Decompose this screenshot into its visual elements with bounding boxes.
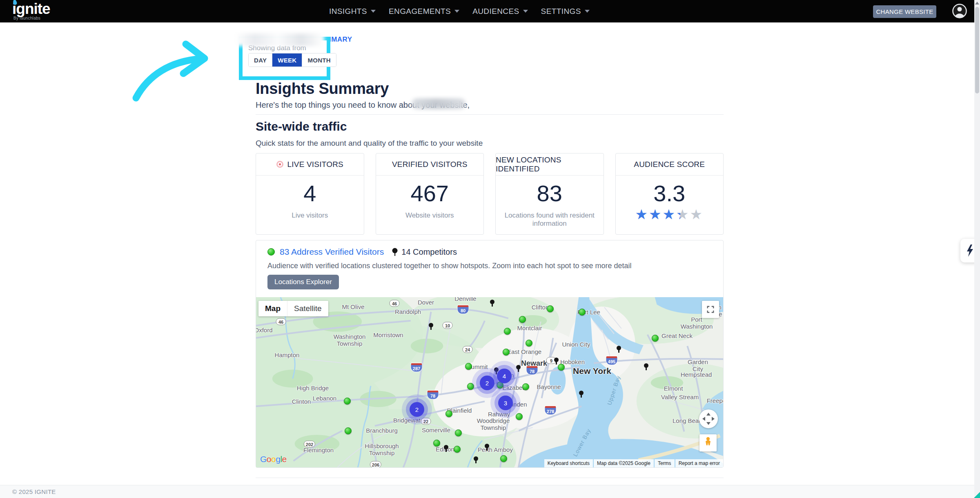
- visitor-marker[interactable]: [500, 455, 507, 462]
- competitor-pin[interactable]: [579, 391, 584, 395]
- fullscreen-icon[interactable]: [702, 301, 719, 318]
- visitor-marker[interactable]: [652, 335, 659, 342]
- map-city-label: Elmont: [664, 385, 683, 392]
- stat-card-caption: Live visitors: [256, 211, 364, 220]
- visitor-marker[interactable]: [455, 429, 462, 436]
- nav-item-label: AUDIENCES: [472, 7, 519, 16]
- copyright-text: © 2025 IGNITE: [12, 488, 56, 495]
- map-city-label: Hoboken: [560, 359, 585, 366]
- google-logo-letter: o: [267, 454, 271, 464]
- visitor-cluster[interactable]: 2: [410, 402, 424, 417]
- visitor-marker[interactable]: [526, 340, 532, 347]
- scrollbar-thumb[interactable]: [975, 7, 979, 93]
- competitor-pin[interactable]: [554, 358, 559, 362]
- map-city-label: Union City: [562, 341, 590, 348]
- star-rating: ★★★★★★★★★★: [635, 207, 704, 221]
- competitor-pin[interactable]: [485, 444, 489, 448]
- attribution-item[interactable]: Keyboard shortcuts: [544, 459, 593, 467]
- live-pulse-icon: [276, 161, 283, 168]
- attribution-item[interactable]: Report a map error: [675, 459, 723, 467]
- visitor-marker[interactable]: [503, 349, 510, 356]
- stat-card-value: 83: [496, 182, 604, 205]
- route-shield-22: 22: [421, 418, 431, 425]
- map-city-label: Clinton: [292, 398, 311, 405]
- visitor-marker[interactable]: [467, 383, 474, 390]
- locations-map-panel: 83 Address Verified Visitors 14 Competit…: [256, 240, 724, 468]
- visitor-marker[interactable]: [516, 413, 523, 420]
- stat-card-2: VERIFIED VISITORS467Website visitors: [376, 153, 484, 235]
- route-shield-278: 278: [545, 406, 556, 415]
- period-button-month[interactable]: MONTH: [302, 53, 336, 67]
- visitor-marker[interactable]: [558, 364, 565, 371]
- visitor-cluster[interactable]: 2: [480, 376, 494, 390]
- stat-card-header-label: LIVE VISITORS: [287, 160, 343, 169]
- ignite-logo-text: ignite: [12, 1, 50, 17]
- page-footer: © 2025 IGNITE: [0, 485, 980, 498]
- change-website-button[interactable]: CHANGE WEBSITE: [873, 5, 936, 18]
- attribution-item[interactable]: Map data ©2025 Google: [594, 459, 654, 467]
- map-pan-control[interactable]: [699, 409, 718, 428]
- map-city-label: Great Neck: [662, 333, 693, 340]
- divider: [256, 478, 724, 478]
- address-verified-visitors-link[interactable]: 83 Address Verified Visitors: [280, 247, 384, 257]
- map-city-label: New York: [573, 366, 611, 376]
- user-avatar-icon[interactable]: [952, 3, 967, 19]
- visitor-marker[interactable]: [522, 383, 529, 390]
- locations-explorer-button[interactable]: Locations Explorer: [267, 275, 339, 289]
- route-shield-78: 78: [428, 391, 439, 399]
- competitor-pin[interactable]: [516, 365, 521, 369]
- attribution-item[interactable]: Terms: [655, 459, 675, 467]
- pan-left-icon[interactable]: [702, 417, 705, 421]
- stat-card-value: 467: [376, 182, 484, 205]
- competitor-pin[interactable]: [644, 363, 648, 368]
- visitor-marker[interactable]: [345, 427, 352, 434]
- pan-up-icon[interactable]: [706, 413, 710, 416]
- map-type-map-button[interactable]: Map: [258, 301, 287, 316]
- google-logo[interactable]: Google: [260, 454, 287, 464]
- visitor-cluster[interactable]: 3: [498, 396, 513, 410]
- competitor-pin[interactable]: [490, 300, 494, 304]
- visitor-marker[interactable]: [579, 309, 586, 316]
- pan-down-icon[interactable]: [706, 422, 710, 425]
- period-button-day[interactable]: DAY: [249, 53, 272, 67]
- competitor-pin[interactable]: [474, 456, 478, 461]
- nav-item-engagements[interactable]: ENGAGEMENTS: [389, 7, 459, 16]
- visitor-marker[interactable]: [465, 363, 472, 370]
- map-city-label: Hillsborough Township: [365, 443, 399, 457]
- visitor-marker[interactable]: [454, 446, 461, 453]
- map-type-satellite-button[interactable]: Satellite: [287, 301, 328, 316]
- visitor-marker[interactable]: [519, 316, 526, 323]
- redacted-website-name: [412, 98, 466, 109]
- route-shield-202: 202: [304, 441, 315, 448]
- nav-item-insights[interactable]: INSIGHTS: [329, 7, 376, 16]
- competitor-pin[interactable]: [444, 445, 448, 449]
- map-city-label: Randolph: [395, 309, 421, 316]
- competitor-pin[interactable]: [429, 323, 433, 327]
- visitor-marker[interactable]: [504, 328, 511, 335]
- nav-item-label: ENGAGEMENTS: [389, 7, 451, 16]
- google-logo-letter: o: [271, 454, 276, 464]
- map-city-label: Perth Amboy: [478, 447, 513, 454]
- stat-card-header: VERIFIED VISITORS: [376, 153, 484, 176]
- google-logo-letter: g: [276, 454, 280, 464]
- visitor-marker[interactable]: [547, 305, 554, 312]
- nav-item-audiences[interactable]: AUDIENCES: [472, 7, 528, 16]
- visitor-marker[interactable]: [344, 398, 351, 405]
- google-map[interactable]: DoverDenvilleMt OliveRandolphCliftonFort…: [256, 297, 723, 467]
- chevron-down-icon: [371, 10, 376, 13]
- ignite-logo[interactable]: ignite By launchlabs: [12, 1, 50, 20]
- vertical-scrollbar[interactable]: [974, 0, 980, 498]
- stat-card-value: 3.3: [616, 182, 724, 205]
- visitor-marker[interactable]: [445, 410, 452, 417]
- visitor-marker[interactable]: [433, 440, 440, 447]
- visitor-cluster[interactable]: 4: [497, 369, 512, 383]
- pan-right-icon[interactable]: [712, 417, 715, 421]
- nav-item-settings[interactable]: SETTINGS: [541, 7, 590, 16]
- period-button-week[interactable]: WEEK: [272, 53, 302, 67]
- divider: [256, 114, 724, 115]
- competitor-pin[interactable]: [617, 346, 621, 350]
- competitor-pin[interactable]: [494, 367, 499, 372]
- map-city-label: Dover: [418, 299, 434, 306]
- scrollbar-up-arrow-icon[interactable]: [975, 2, 979, 4]
- street-view-pegman-icon[interactable]: [699, 434, 717, 451]
